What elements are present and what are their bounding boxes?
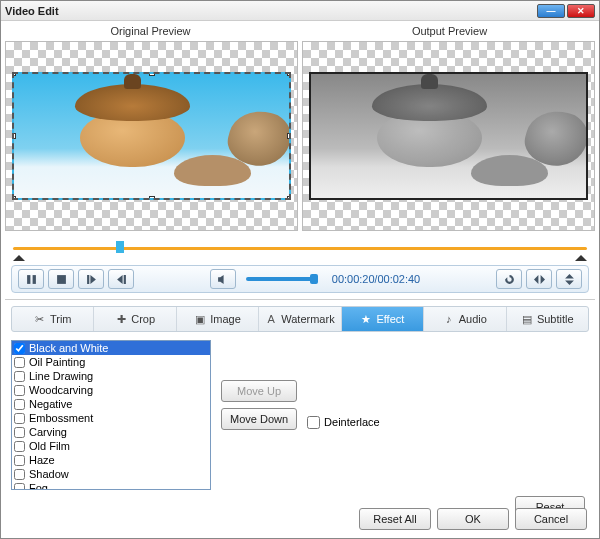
move-up-button[interactable]: Move Up [221,380,297,402]
effect-label: Black and White [29,342,108,354]
volume-button[interactable] [210,269,236,289]
effect-item[interactable]: Carving [12,425,210,439]
effect-item[interactable]: Black and White [12,341,210,355]
timeline-end-marker[interactable] [575,249,587,261]
tab-watermark[interactable]: AWatermark [259,307,341,331]
window-title: Video Edit [5,5,535,17]
tab-subtitle[interactable]: ▤Subtitle [507,307,588,331]
volume-slider[interactable] [246,277,316,281]
close-button[interactable]: ✕ [567,4,595,18]
set-end-button[interactable] [108,269,134,289]
effect-checkbox[interactable] [14,441,25,452]
effect-checkbox[interactable] [14,455,25,466]
effect-item[interactable]: Negative [12,397,210,411]
set-start-button[interactable] [78,269,104,289]
crop-handle[interactable] [287,133,291,139]
crop-handle[interactable] [12,133,16,139]
effect-label: Woodcarving [29,384,93,396]
effect-item[interactable]: Embossment [12,411,210,425]
scissors-icon: ✂ [34,313,46,325]
timeline[interactable] [13,237,587,261]
effect-label: Line Drawing [29,370,93,382]
crop-handle[interactable] [149,196,155,200]
minimize-button[interactable]: — [537,4,565,18]
tab-crop[interactable]: ✚Crop [94,307,176,331]
dialog-footer: Reset All OK Cancel [359,508,587,530]
effect-checkbox[interactable] [14,371,25,382]
svg-rect-1 [32,275,35,284]
volume-knob[interactable] [310,274,318,284]
stop-button[interactable] [48,269,74,289]
effects-listbox[interactable]: Black and WhiteOil PaintingLine DrawingW… [11,340,211,490]
crop-handle[interactable] [287,72,291,76]
tab-bar: ✂Trim ✚Crop ▣Image AWatermark ★Effect ♪A… [11,306,589,332]
effect-label: Carving [29,426,67,438]
reorder-buttons: Move Up Move Down [221,340,297,490]
effect-label: Shadow [29,468,69,480]
crop-handle[interactable] [12,72,16,76]
timeline-start-marker[interactable] [13,249,25,261]
effect-item[interactable]: Haze [12,453,210,467]
effect-item[interactable]: Oil Painting [12,355,210,369]
deinterlace-checkbox[interactable] [307,416,320,429]
crop-handle[interactable] [149,72,155,76]
effect-checkbox[interactable] [14,385,25,396]
pause-button[interactable] [18,269,44,289]
effect-checkbox[interactable] [14,357,25,368]
effect-item[interactable]: Old Film [12,439,210,453]
ok-button[interactable]: OK [437,508,509,530]
deinterlace-label: Deinterlace [324,416,380,428]
effect-item[interactable]: Woodcarving [12,383,210,397]
effect-label: Oil Painting [29,356,85,368]
timeline-track [13,247,587,250]
output-preview [302,41,595,231]
effect-checkbox[interactable] [14,427,25,438]
output-frame [309,72,588,200]
preview-labels: Original Preview Output Preview [1,21,599,41]
effect-item[interactable]: Fog [12,481,210,490]
image-icon: ▣ [194,313,206,325]
preview-area [1,41,599,231]
crop-handle[interactable] [12,196,16,200]
video-edit-window: Video Edit — ✕ Original Preview Output P… [0,0,600,539]
tab-image[interactable]: ▣Image [177,307,259,331]
tab-effect[interactable]: ★Effect [342,307,424,331]
effect-label: Haze [29,454,55,466]
output-preview-label: Output Preview [300,25,599,37]
undo-button[interactable] [496,269,522,289]
tab-trim[interactable]: ✂Trim [12,307,94,331]
flip-horizontal-button[interactable] [526,269,552,289]
watermark-icon: A [265,313,277,325]
move-down-button[interactable]: Move Down [221,408,297,430]
effect-checkbox[interactable] [14,413,25,424]
effect-item[interactable]: Line Drawing [12,369,210,383]
star-icon: ★ [360,313,372,325]
reset-all-button[interactable]: Reset All [359,508,431,530]
effect-label: Old Film [29,440,70,452]
effects-panel: Black and WhiteOil PaintingLine DrawingW… [11,340,589,490]
effect-checkbox[interactable] [14,483,25,491]
original-preview-label: Original Preview [1,25,300,37]
svg-rect-0 [27,275,30,284]
separator [5,299,595,300]
titlebar: Video Edit — ✕ [1,1,599,21]
tab-audio[interactable]: ♪Audio [424,307,506,331]
deinterlace-option: Deinterlace [307,354,380,490]
original-preview[interactable] [5,41,298,231]
timecode: 00:00:20/00:02:40 [332,273,420,285]
effect-checkbox[interactable] [14,469,25,480]
svg-rect-2 [57,275,66,284]
cancel-button[interactable]: Cancel [515,508,587,530]
effect-checkbox[interactable] [14,343,25,354]
playback-controls: 00:00:20/00:02:40 [11,265,589,293]
music-note-icon: ♪ [443,313,455,325]
timeline-playhead[interactable] [116,241,124,253]
effect-label: Embossment [29,412,93,424]
flip-vertical-button[interactable] [556,269,582,289]
crop-handle[interactable] [287,196,291,200]
effect-checkbox[interactable] [14,399,25,410]
subtitle-icon: ▤ [521,313,533,325]
effect-label: Fog [29,482,48,490]
effect-item[interactable]: Shadow [12,467,210,481]
crop-frame[interactable] [12,72,291,200]
